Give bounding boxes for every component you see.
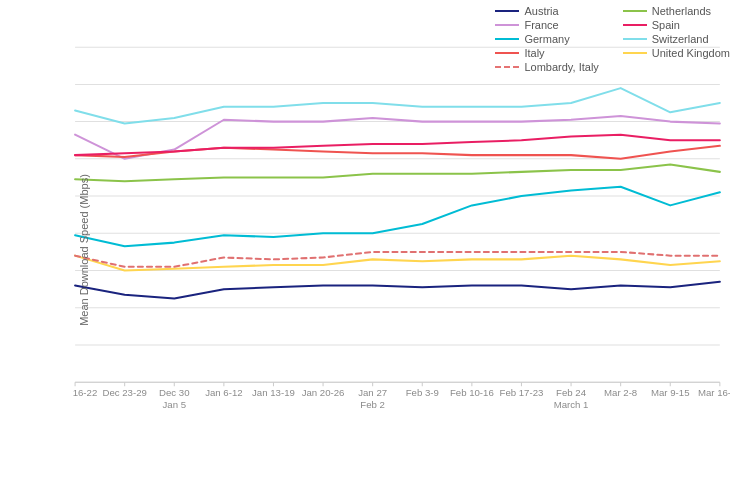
- chart-legend: Austria Netherlands France Spain Germany…: [495, 5, 730, 73]
- chart-svg: 020406080100120140160180Dec 16-22Dec 23-…: [70, 10, 730, 460]
- svg-text:Mar 16-22: Mar 16-22: [698, 387, 730, 398]
- legend-spain: Spain: [623, 19, 730, 31]
- svg-text:Feb 17-23: Feb 17-23: [500, 387, 544, 398]
- svg-text:Feb 10-16: Feb 10-16: [450, 387, 494, 398]
- legend-netherlands-label: Netherlands: [652, 5, 711, 17]
- germany-line-icon: [495, 38, 519, 40]
- svg-text:Jan 27Feb 2: Jan 27Feb 2: [358, 387, 387, 409]
- svg-text:Dec 30Jan 5: Dec 30Jan 5: [159, 387, 190, 409]
- legend-italy-label: Italy: [524, 47, 544, 59]
- legend-france: France: [495, 19, 602, 31]
- legend-switzerland: Switzerland: [623, 33, 730, 45]
- legend-lombardy: Lombardy, Italy: [495, 61, 602, 73]
- lombardy-line-icon: [495, 66, 519, 68]
- legend-uk: United Kingdom: [623, 47, 730, 59]
- svg-text:Dec 23-29: Dec 23-29: [102, 387, 146, 398]
- austria-line-icon: [495, 10, 519, 12]
- legend-germany: Germany: [495, 33, 602, 45]
- svg-text:Jan 20-26: Jan 20-26: [302, 387, 345, 398]
- legend-germany-label: Germany: [524, 33, 569, 45]
- netherlands-line-icon: [623, 10, 647, 12]
- legend-uk-label: United Kingdom: [652, 47, 730, 59]
- svg-text:Feb 3-9: Feb 3-9: [406, 387, 439, 398]
- legend-austria-label: Austria: [524, 5, 558, 17]
- france-line-icon: [495, 24, 519, 26]
- chart-container: Austria Netherlands France Spain Germany…: [0, 0, 750, 500]
- svg-text:Feb 24March 1: Feb 24March 1: [554, 387, 589, 409]
- uk-line-icon: [623, 52, 647, 54]
- switzerland-line-icon: [623, 38, 647, 40]
- svg-text:Mar 2-8: Mar 2-8: [604, 387, 637, 398]
- spain-line-icon: [623, 24, 647, 26]
- legend-france-label: France: [524, 19, 558, 31]
- svg-text:Jan 13-19: Jan 13-19: [252, 387, 295, 398]
- y-axis-label: Mean Download Speed (Mbps): [78, 174, 90, 326]
- legend-switzerland-label: Switzerland: [652, 33, 709, 45]
- svg-text:Jan 6-12: Jan 6-12: [205, 387, 242, 398]
- italy-line-icon: [495, 52, 519, 54]
- svg-text:Dec 16-22: Dec 16-22: [70, 387, 97, 398]
- svg-text:Mar 9-15: Mar 9-15: [651, 387, 690, 398]
- legend-italy: Italy: [495, 47, 602, 59]
- legend-spain-label: Spain: [652, 19, 680, 31]
- legend-lombardy-label: Lombardy, Italy: [524, 61, 598, 73]
- legend-austria: Austria: [495, 5, 602, 17]
- legend-netherlands: Netherlands: [623, 5, 730, 17]
